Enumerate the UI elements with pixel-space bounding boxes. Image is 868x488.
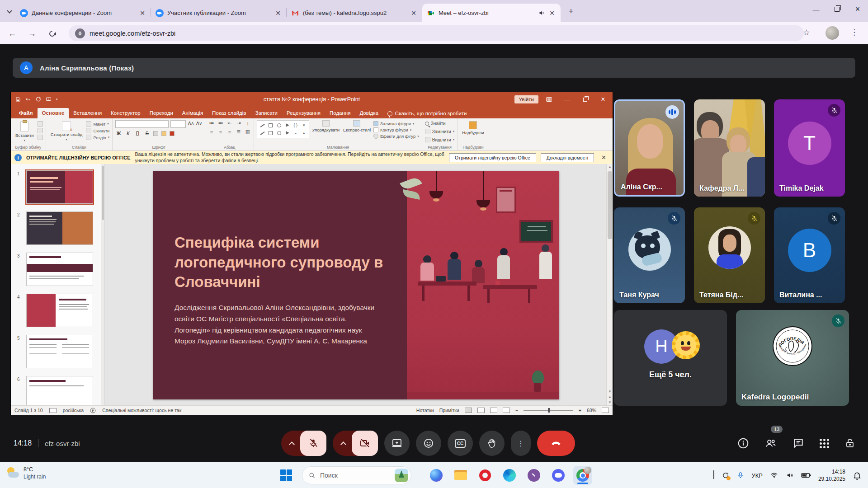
zoom-in-icon[interactable]: +: [579, 408, 581, 413]
ppt-tab-review[interactable]: Рецензування: [282, 108, 325, 118]
present-button[interactable]: [384, 431, 410, 456]
slide-thumbnail-3[interactable]: [26, 253, 93, 286]
tab-zoom-conference[interactable]: Данные конференции - Zoom ✕: [15, 4, 151, 22]
thumbnail-row[interactable]: 6: [17, 376, 104, 405]
captions-button[interactable]: CC: [448, 431, 473, 456]
accessibility-status[interactable]: Спеціальні можливості: щось не так: [102, 408, 181, 413]
thumbnail-scrollbar[interactable]: [101, 164, 104, 405]
ppt-minimize-button[interactable]: —: [559, 94, 575, 105]
section-button[interactable]: Розділ▾: [86, 135, 109, 140]
current-slide[interactable]: Специфіка системи логопедичного супровод…: [153, 171, 559, 399]
underline-button[interactable]: П: [134, 130, 141, 136]
tile-vitalina[interactable]: B Виталина ...: [774, 207, 845, 303]
language-indicator[interactable]: російська: [63, 408, 84, 413]
zoom-slider-handle[interactable]: [548, 408, 550, 413]
replace-button[interactable]: Замінити▾: [425, 128, 455, 135]
new-slide-button[interactable]: Створити слайд▾: [49, 120, 85, 142]
close-icon[interactable]: ✕: [410, 9, 418, 17]
close-icon[interactable]: ✕: [548, 9, 556, 17]
ppt-tab-help[interactable]: Довідка: [355, 108, 382, 118]
scrollbar-thumb[interactable]: [608, 171, 612, 239]
align-center-icon[interactable]: ≡: [217, 129, 224, 135]
scroll-down-icon[interactable]: ▼: [608, 390, 612, 394]
shape-fill-button[interactable]: Заливка фігури▾: [373, 121, 419, 126]
shapes-gallery[interactable]: { } ▾ ⌣ ▴: [257, 120, 309, 138]
format-painter-icon[interactable]: [38, 135, 43, 140]
strikethrough-button[interactable]: S: [144, 130, 150, 136]
reading-view-icon[interactable]: [490, 408, 497, 413]
tab-search-button[interactable]: [5, 6, 14, 16]
canvas-scrollbar[interactable]: ▲ ▼ ▲ ▼: [606, 164, 613, 405]
volume-icon[interactable]: [786, 472, 794, 479]
ppt-tab-view[interactable]: Подання: [325, 108, 355, 118]
wifi-icon[interactable]: [770, 472, 778, 479]
notification-bell-icon[interactable]: z: [853, 471, 862, 480]
camera-toggle-button[interactable]: [352, 431, 378, 456]
new-tab-button[interactable]: +: [566, 6, 576, 16]
update-tray-icon[interactable]: [722, 471, 730, 479]
browser-menu-icon[interactable]: ⋮: [850, 28, 858, 37]
site-info-icon[interactable]: [75, 28, 85, 38]
paste-button[interactable]: Вставити▾: [14, 120, 36, 143]
cut-icon[interactable]: [38, 121, 43, 127]
shape-effects-button[interactable]: Ефекти для фігур▾: [373, 134, 419, 139]
copy-icon[interactable]: [38, 128, 43, 133]
font-size-select[interactable]: [170, 120, 186, 128]
indent-decrease-icon[interactable]: ⇤: [226, 120, 233, 126]
previous-slide-icon[interactable]: ▲: [608, 395, 612, 399]
slide-sorter-icon[interactable]: [477, 408, 485, 413]
thumbnail-row[interactable]: 5: [17, 335, 104, 368]
bookmark-star-icon[interactable]: ☆: [803, 28, 810, 38]
fit-slide-icon[interactable]: [602, 408, 609, 413]
start-button[interactable]: [280, 469, 292, 481]
ppt-tab-record[interactable]: Записати: [250, 108, 282, 118]
ppt-tab-transitions[interactable]: Переходи: [145, 108, 178, 118]
more-options-button[interactable]: ⋮: [511, 431, 531, 456]
thumbnail-row[interactable]: 1: [17, 170, 104, 204]
bold-button[interactable]: Ж: [115, 130, 122, 136]
slide-thumbnail-6[interactable]: [26, 376, 93, 405]
address-bar[interactable]: meet.google.com/efz-osvr-zbi: [69, 25, 804, 41]
normal-view-icon[interactable]: [465, 408, 472, 413]
slideshow-view-icon[interactable]: [503, 408, 510, 413]
restore-button[interactable]: [826, 0, 847, 18]
app-icon-discord[interactable]: [551, 468, 566, 483]
reload-button[interactable]: [46, 28, 58, 39]
tab-audio-icon[interactable]: [538, 9, 545, 16]
line-spacing-icon[interactable]: ↕: [244, 120, 251, 126]
office-signin-button[interactable]: Увійти: [514, 95, 538, 103]
taskbar-search[interactable]: Поиск: [302, 466, 411, 484]
close-window-button[interactable]: ×: [847, 0, 868, 18]
zoom-level[interactable]: 68%: [587, 408, 596, 413]
app-icon-chrome-active[interactable]: [573, 466, 592, 485]
activities-button[interactable]: [820, 439, 829, 448]
tile-tetyana[interactable]: Тетяна Бід...: [694, 207, 765, 303]
ppt-tab-slideshow[interactable]: Показ слайдів: [208, 108, 250, 118]
quick-styles-button[interactable]: Експрес-стилі: [342, 120, 372, 132]
justify-icon[interactable]: ≣: [235, 129, 242, 135]
comments-button[interactable]: Примітки: [439, 408, 459, 413]
tab-meet-active[interactable]: Meet – efz-osvr-zbi ✕: [422, 4, 561, 22]
slide-thumbnail-1[interactable]: [26, 170, 93, 204]
ppt-tab-insert[interactable]: Вставлення: [69, 108, 106, 118]
addins-button[interactable]: Надбудови: [460, 120, 486, 136]
license-details-button[interactable]: Докладні відомості: [541, 153, 594, 162]
language-switcher[interactable]: УКР: [751, 472, 763, 479]
notes-button[interactable]: Нотатки: [416, 408, 434, 413]
taskbar-clock[interactable]: 14:18 29.10.2025: [818, 468, 845, 483]
reactions-button[interactable]: [416, 431, 441, 456]
app-icon-copilot[interactable]: [429, 468, 444, 483]
app-icon-edge[interactable]: [502, 468, 517, 483]
battery-icon[interactable]: [801, 472, 811, 479]
ppt-tab-design[interactable]: Конструктор: [106, 108, 145, 118]
close-icon[interactable]: ✕: [599, 154, 609, 161]
tile-tanya[interactable]: Таня Курач: [614, 207, 685, 303]
slide-thumbnail-4[interactable]: [26, 294, 93, 327]
tab-gmail[interactable]: (без темы) - kafedra.logo.sspu2 ✕: [287, 4, 422, 22]
ppt-tab-animations[interactable]: Анімація: [178, 108, 208, 118]
ribbon-display-options-button[interactable]: [541, 94, 557, 105]
select-button[interactable]: Виділити▾: [425, 136, 454, 143]
thumbnail-row[interactable]: 4: [17, 294, 104, 327]
reset-button[interactable]: Скинути: [86, 128, 109, 133]
ppt-restore-button[interactable]: [577, 94, 593, 105]
